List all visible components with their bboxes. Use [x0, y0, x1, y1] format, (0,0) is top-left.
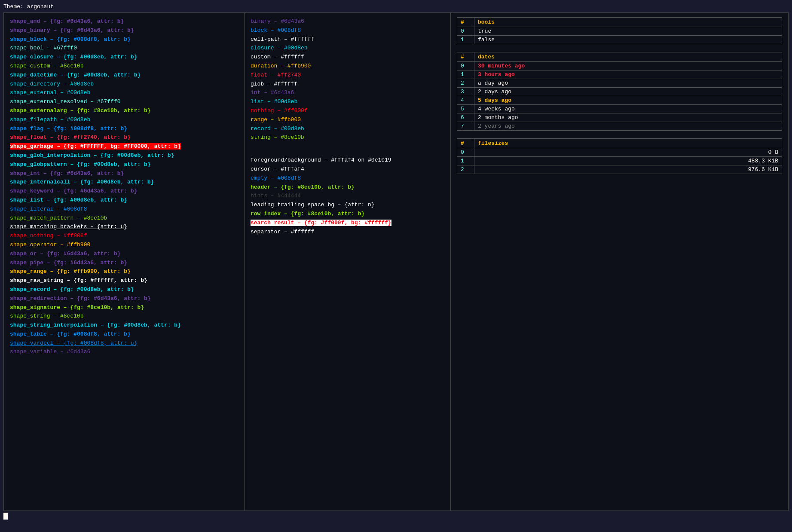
dates-table: # dates 0 30 minutes ago 1 3 hours ago 2… — [457, 52, 782, 131]
list-item: block – #008df8 — [251, 26, 444, 35]
list-item: shape_signature – {fg: #8ce10b, attr: b} — [10, 303, 238, 312]
bools-col-val: bools — [474, 18, 782, 27]
table-row: 1 false — [457, 36, 782, 44]
table-row: 0 0 B — [457, 148, 782, 157]
table-row: 1 3 hours ago — [457, 70, 782, 79]
list-item: shape_literal – #008df8 — [10, 205, 238, 214]
filesizes-row0-val: 0 B — [474, 148, 782, 157]
list-item: binary – #6d43a6 — [251, 17, 444, 26]
bools-row0-num: 0 — [457, 27, 474, 36]
filesizes-col-num: # — [457, 139, 474, 148]
list-item: shape_string_interpolation – {fg: #00d8e… — [10, 321, 238, 330]
list-item: shape_bool – #67fff0 — [10, 44, 238, 53]
list-item: shape_variable – #6d43a6 — [10, 348, 238, 357]
list-item: shape_datetime – {fg: #00d8eb, attr: b} — [10, 71, 238, 80]
list-item: record – #00d8eb — [251, 125, 444, 134]
list-item: shape_filepath – #00d8eb — [10, 116, 238, 125]
list-item: shape_flag – {fg: #008df8, attr: b} — [10, 125, 238, 134]
list-item: string – #8ce10b — [251, 133, 444, 142]
list-item: shape_globpattern – {fg: #00d8eb, attr: … — [10, 160, 238, 169]
list-item: shape_binary – {fg: #6d43a6, attr: b} — [10, 26, 238, 35]
filesizes-row0-num: 0 — [457, 148, 474, 157]
bools-row1-val: false — [474, 36, 782, 44]
table-row: 5 4 weeks ago — [457, 105, 782, 113]
list-item: row_index – {fg: #8ce10b, attr: b} — [251, 210, 444, 219]
list-item: int – #6d43a6 — [251, 89, 444, 98]
list-item: shape_internalcall – {fg: #00d8eb, attr:… — [10, 178, 238, 187]
table-row: 4 5 days ago — [457, 96, 782, 105]
dates-row5-val: 4 weeks ago — [474, 105, 782, 113]
bools-table: # bools 0 true 1 false — [457, 17, 782, 44]
list-item: shape_block – {fg: #008df8, attr: b} — [10, 35, 238, 44]
list-item: float – #ff2740 — [251, 71, 444, 80]
list-item: shape_pipe – {fg: #6d43a6, attr: b} — [10, 259, 238, 268]
list-item: separator – #ffffff — [251, 228, 444, 237]
col3: # bools 0 true 1 false # dates — [451, 13, 788, 511]
list-item: shape_record – {fg: #00d8eb, attr: b} — [10, 285, 238, 294]
list-item: shape_nothing – #ff000f — [10, 232, 238, 241]
dates-col-val: dates — [474, 52, 782, 62]
table-row: 2 a day ago — [457, 79, 782, 88]
list-item: shape_custom – #8ce10b — [10, 62, 238, 71]
list-item: shape_float – {fg: #ff2740, attr: b} — [10, 133, 238, 142]
list-item: shape_string – #8ce10b — [10, 312, 238, 321]
filesizes-row1-num: 1 — [457, 157, 474, 165]
list-item: shape_redirection – {fg: #6d43a6, attr: … — [10, 294, 238, 303]
list-item: shape_vardecl – {fg: #008df8, attr: u} — [10, 339, 238, 348]
table-row: 1 488.3 KiB — [457, 157, 782, 165]
list-item: duration – #ffb900 — [251, 62, 444, 71]
table-row: 7 2 years ago — [457, 122, 782, 131]
filesizes-table: # filesizes 0 0 B 1 488.3 KiB 2 976.6 Ki… — [457, 138, 782, 174]
dates-col-num: # — [457, 52, 474, 62]
dates-row0-val: 30 minutes ago — [474, 62, 782, 70]
dates-row2-num: 2 — [457, 79, 474, 88]
bools-row1-num: 1 — [457, 36, 474, 44]
list-item: glob – #ffffff — [251, 80, 444, 89]
dates-row0-num: 0 — [457, 62, 474, 70]
list-item: shape_table – {fg: #008df8, attr: b} — [10, 330, 238, 339]
dates-row6-num: 6 — [457, 113, 474, 122]
table-row: 0 30 minutes ago — [457, 62, 782, 70]
table-row: 3 2 days ago — [457, 88, 782, 96]
list-item: shape_matching_brackets – {attr: u} — [10, 223, 238, 232]
list-item: shape_list – {fg: #00d8eb, attr: b} — [10, 196, 238, 205]
list-item: shape_raw_string – {fg: #ffffff, attr: b… — [10, 276, 238, 285]
filesizes-row2-num: 2 — [457, 165, 474, 174]
filesizes-row1-val: 488.3 KiB — [474, 157, 782, 165]
list-item: list – #00d8eb — [251, 98, 444, 107]
list-item: shape_and – {fg: #6d43a6, attr: b} — [10, 17, 238, 26]
dates-row3-val: 2 days ago — [474, 88, 782, 96]
list-item: leading_trailing_space_bg – {attr: n} — [251, 201, 444, 210]
list-item: shape_closure – {fg: #00d8eb, attr: b} — [10, 53, 238, 62]
list-item: empty – #008df8 — [251, 174, 444, 183]
list-item: shape_operator – #ffb900 — [10, 241, 238, 250]
cursor-line — [3, 513, 789, 520]
dates-row5-num: 5 — [457, 105, 474, 113]
table-row: 6 2 months ago — [457, 113, 782, 122]
list-item: shape_external_resolved – #67fff0 — [10, 98, 238, 107]
cursor-block — [3, 513, 8, 520]
list-item: shape_glob_interpolation – {fg: #00d8eb,… — [10, 151, 238, 160]
list-item: shape_int – {fg: #6d43a6, attr: b} — [10, 169, 238, 178]
dates-row7-val: 2 years ago — [474, 122, 782, 131]
list-item: range – #ffb900 — [251, 116, 444, 125]
table-row: 2 976.6 KiB — [457, 165, 782, 174]
dates-row7-num: 7 — [457, 122, 474, 131]
bools-col-num: # — [457, 18, 474, 27]
list-item: hints – #444444 — [251, 192, 444, 201]
bools-row0-val: true — [474, 27, 782, 36]
dates-row4-val: 5 days ago — [474, 96, 782, 105]
list-item: shape_range – {fg: #ffb900, attr: b} — [10, 267, 238, 276]
list-item: closure – #00d8eb — [251, 44, 444, 53]
filesizes-row2-val: 976.6 KiB — [474, 165, 782, 174]
filesizes-col-val: filesizes — [474, 139, 782, 148]
list-item: cursor – #fffaf4 — [251, 165, 444, 174]
dates-row2-val: a day ago — [474, 79, 782, 88]
main-container: shape_and – {fg: #6d43a6, attr: b} shape… — [3, 12, 789, 511]
dates-row4-num: 4 — [457, 96, 474, 105]
list-item: shape_externalarg – {fg: #8ce10b, attr: … — [10, 107, 238, 116]
list-item: header – {fg: #8ce10b, attr: b} — [251, 183, 444, 192]
list-item-search: search_result – {fg: #ff000f, bg: #fffff… — [251, 219, 444, 228]
list-item: cell-path – #ffffff — [251, 35, 444, 44]
dates-row1-val: 3 hours ago — [474, 70, 782, 79]
